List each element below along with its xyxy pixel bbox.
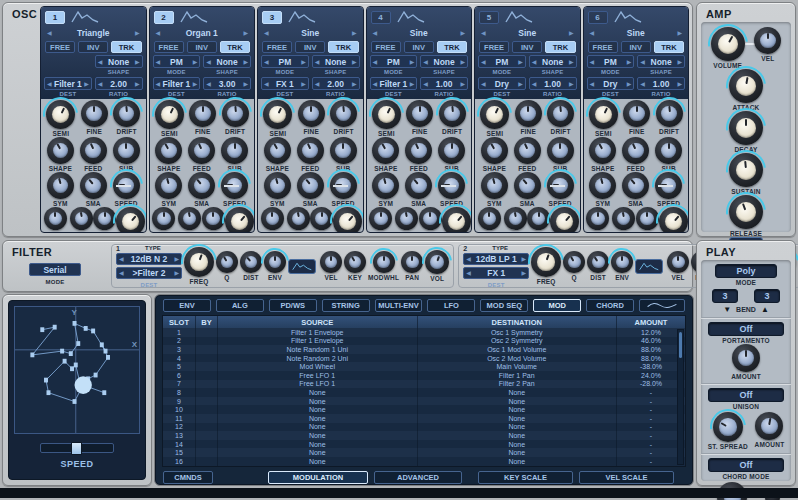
knob-sma[interactable] xyxy=(188,172,215,199)
knob-drift[interactable] xyxy=(113,100,140,127)
inv-button[interactable]: INV xyxy=(621,41,651,53)
tab-multi-env[interactable]: MULTI-ENV xyxy=(375,299,423,312)
knob-speed[interactable] xyxy=(438,172,465,199)
knob-semi[interactable] xyxy=(589,100,618,129)
knob-modwhl[interactable] xyxy=(373,251,395,273)
tab-modulation[interactable]: MODULATION xyxy=(268,471,368,484)
knob-freq[interactable] xyxy=(531,247,561,277)
knob-sub[interactable] xyxy=(221,137,248,164)
knob-volume[interactable] xyxy=(333,207,362,233)
knob-drift[interactable] xyxy=(547,100,574,127)
knob-drift[interactable] xyxy=(330,100,357,127)
mod-slot-row[interactable]: 3Note Random 1 UniOsc 1 Mod Volume88.0% xyxy=(163,345,685,354)
inv-button[interactable]: INV xyxy=(78,41,108,53)
xy-node[interactable] xyxy=(74,363,78,368)
filter-env-icon[interactable] xyxy=(288,259,316,274)
tab-chord[interactable]: CHORD xyxy=(586,299,634,312)
unison-toggle[interactable]: Off xyxy=(708,388,784,402)
inv-button[interactable]: INV xyxy=(187,41,217,53)
knob-shape[interactable] xyxy=(481,137,508,164)
mode-selector[interactable]: ◀PM▶ xyxy=(587,55,635,68)
knob-feed[interactable] xyxy=(188,137,215,164)
xy-node[interactable] xyxy=(30,352,34,357)
xy-node[interactable] xyxy=(102,390,106,395)
trk-button[interactable]: TRK xyxy=(111,41,141,53)
knob-pan[interactable] xyxy=(504,207,527,230)
free-button[interactable]: FREE xyxy=(154,41,184,53)
ratio-selector[interactable]: ◀3.00▶ xyxy=(203,77,251,90)
speed-slider[interactable] xyxy=(40,443,114,453)
knob-spread[interactable] xyxy=(44,207,67,230)
trk-button[interactable]: TRK xyxy=(437,41,467,53)
tab-cmnds[interactable]: CMNDS xyxy=(163,471,213,484)
mod-slot-row[interactable]: 4Note Random 2 UniOsc 2 Mod Volume88.0% xyxy=(163,354,685,363)
knob-fine[interactable] xyxy=(515,100,542,127)
knob-sym[interactable] xyxy=(589,172,616,199)
xy-node[interactable] xyxy=(44,378,48,383)
table-scrollbar-thumb[interactable] xyxy=(679,332,682,358)
knob-semi[interactable] xyxy=(480,100,509,129)
knob-sub[interactable] xyxy=(655,137,682,164)
dest-selector[interactable]: ◀Filter 1▶ xyxy=(153,77,201,90)
tab-string[interactable]: STRING xyxy=(322,299,370,312)
knob-amount[interactable] xyxy=(755,412,783,440)
tab-mod-seq[interactable]: MOD SEQ xyxy=(480,299,528,312)
xy-node[interactable] xyxy=(73,399,77,404)
wave-selector[interactable]: ◀Triangle▶ xyxy=(44,26,143,39)
knob-decay[interactable] xyxy=(729,111,763,145)
dest-selector[interactable]: ◀Filter 1▶ xyxy=(44,77,92,90)
knob-vol[interactable] xyxy=(425,250,449,274)
knob-pan[interactable] xyxy=(70,207,93,230)
knob-volume[interactable] xyxy=(116,207,145,233)
xy-node[interactable] xyxy=(91,329,95,334)
shape-selector[interactable]: ◀None▶ xyxy=(95,55,143,68)
xy-node[interactable] xyxy=(104,349,108,354)
knob-drift[interactable] xyxy=(222,100,249,127)
xy-current-point[interactable] xyxy=(75,376,92,394)
tab-pd-ws[interactable]: PD/WS xyxy=(269,299,317,312)
knob-spread[interactable] xyxy=(586,207,609,230)
knob-volume[interactable] xyxy=(442,207,471,233)
mod-slot-row[interactable]: 5Mod WheelMain Volume-38.0% xyxy=(163,362,685,371)
ratio-selector[interactable]: ◀2.00▶ xyxy=(95,77,143,90)
knob-sym[interactable] xyxy=(47,172,74,199)
knob-env[interactable] xyxy=(611,251,633,273)
portamento-toggle[interactable]: Off xyxy=(708,322,784,336)
knob-semi[interactable] xyxy=(155,100,184,129)
wave-selector[interactable]: ◀Sine▶ xyxy=(261,26,360,39)
knob-feed[interactable] xyxy=(80,137,107,164)
knob-shape[interactable] xyxy=(155,137,182,164)
mod-slot-row[interactable]: 7Free LFO 1Filter 2 Pan-28.0% xyxy=(163,380,685,389)
wave-selector[interactable]: ◀Sine▶ xyxy=(478,26,577,39)
chord-mode-toggle[interactable]: Off xyxy=(708,458,784,472)
osc-number-button[interactable]: 3 xyxy=(262,11,282,24)
knob-spread[interactable] xyxy=(261,207,284,230)
mod-slot-row[interactable]: 6Free LFO 1Filter 1 Pan24.0% xyxy=(163,371,685,380)
xy-pad-plot[interactable]: Y X xyxy=(14,306,140,434)
ratio-selector[interactable]: ◀1.00▶ xyxy=(420,77,468,90)
knob-q[interactable] xyxy=(216,251,238,273)
free-button[interactable]: FREE xyxy=(371,41,401,53)
knob-sma[interactable] xyxy=(622,172,649,199)
knob-dist[interactable] xyxy=(587,251,609,273)
knob-volume[interactable] xyxy=(659,207,688,233)
knob-feed[interactable] xyxy=(514,137,541,164)
dest-selector[interactable]: ◀FX 1▶ xyxy=(261,77,309,90)
knob-sub[interactable] xyxy=(113,137,140,164)
knob-fine[interactable] xyxy=(298,100,325,127)
knob-fine[interactable] xyxy=(406,100,433,127)
knob-pan[interactable] xyxy=(401,251,423,273)
scope-tab[interactable] xyxy=(639,299,685,312)
xy-node[interactable] xyxy=(76,341,80,346)
mod-slot-row[interactable]: 13NoneNone- xyxy=(163,431,685,440)
dest-selector[interactable]: ◀Dry▶ xyxy=(587,77,635,90)
xy-node[interactable] xyxy=(100,342,104,347)
osc-number-button[interactable]: 1 xyxy=(45,11,65,24)
knob-volume[interactable] xyxy=(550,207,579,233)
knob-sub[interactable] xyxy=(438,137,465,164)
knob-pan[interactable] xyxy=(287,207,310,230)
play-mode-selector[interactable]: Poly xyxy=(715,264,777,278)
inv-button[interactable]: INV xyxy=(295,41,325,53)
free-button[interactable]: FREE xyxy=(262,41,292,53)
filter-dest-selector[interactable]: ◀>Filter 2▶ xyxy=(116,267,182,279)
